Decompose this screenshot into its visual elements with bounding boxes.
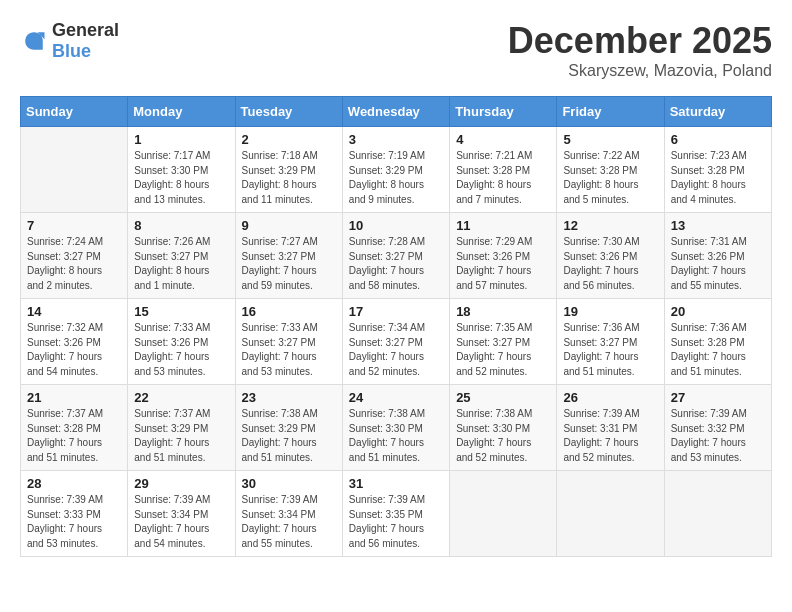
day-number: 20: [671, 304, 765, 319]
day-number: 19: [563, 304, 657, 319]
calendar-cell: 5Sunrise: 7:22 AM Sunset: 3:28 PM Daylig…: [557, 127, 664, 213]
calendar-title: December 2025: [508, 20, 772, 62]
day-info: Sunrise: 7:21 AM Sunset: 3:28 PM Dayligh…: [456, 149, 550, 207]
page-header: General Blue December 2025 Skaryszew, Ma…: [20, 20, 772, 80]
day-number: 18: [456, 304, 550, 319]
day-info: Sunrise: 7:26 AM Sunset: 3:27 PM Dayligh…: [134, 235, 228, 293]
calendar-week-row: 1Sunrise: 7:17 AM Sunset: 3:30 PM Daylig…: [21, 127, 772, 213]
day-number: 4: [456, 132, 550, 147]
day-info: Sunrise: 7:27 AM Sunset: 3:27 PM Dayligh…: [242, 235, 336, 293]
day-number: 6: [671, 132, 765, 147]
day-info: Sunrise: 7:31 AM Sunset: 3:26 PM Dayligh…: [671, 235, 765, 293]
calendar-cell: [664, 471, 771, 557]
day-info: Sunrise: 7:35 AM Sunset: 3:27 PM Dayligh…: [456, 321, 550, 379]
day-number: 30: [242, 476, 336, 491]
calendar-cell: 18Sunrise: 7:35 AM Sunset: 3:27 PM Dayli…: [450, 299, 557, 385]
calendar-cell: 9Sunrise: 7:27 AM Sunset: 3:27 PM Daylig…: [235, 213, 342, 299]
day-number: 7: [27, 218, 121, 233]
calendar-cell: 23Sunrise: 7:38 AM Sunset: 3:29 PM Dayli…: [235, 385, 342, 471]
day-number: 25: [456, 390, 550, 405]
day-number: 14: [27, 304, 121, 319]
calendar-cell: 29Sunrise: 7:39 AM Sunset: 3:34 PM Dayli…: [128, 471, 235, 557]
calendar-cell: 8Sunrise: 7:26 AM Sunset: 3:27 PM Daylig…: [128, 213, 235, 299]
calendar-subtitle: Skaryszew, Mazovia, Poland: [508, 62, 772, 80]
calendar-cell: 28Sunrise: 7:39 AM Sunset: 3:33 PM Dayli…: [21, 471, 128, 557]
day-number: 24: [349, 390, 443, 405]
day-number: 9: [242, 218, 336, 233]
calendar-cell: 7Sunrise: 7:24 AM Sunset: 3:27 PM Daylig…: [21, 213, 128, 299]
day-info: Sunrise: 7:23 AM Sunset: 3:28 PM Dayligh…: [671, 149, 765, 207]
day-info: Sunrise: 7:33 AM Sunset: 3:27 PM Dayligh…: [242, 321, 336, 379]
day-of-week-header: Friday: [557, 97, 664, 127]
day-info: Sunrise: 7:33 AM Sunset: 3:26 PM Dayligh…: [134, 321, 228, 379]
calendar-cell: 10Sunrise: 7:28 AM Sunset: 3:27 PM Dayli…: [342, 213, 449, 299]
day-number: 21: [27, 390, 121, 405]
day-number: 31: [349, 476, 443, 491]
day-of-week-header: Sunday: [21, 97, 128, 127]
calendar-cell: 31Sunrise: 7:39 AM Sunset: 3:35 PM Dayli…: [342, 471, 449, 557]
day-info: Sunrise: 7:38 AM Sunset: 3:30 PM Dayligh…: [456, 407, 550, 465]
calendar-cell: 21Sunrise: 7:37 AM Sunset: 3:28 PM Dayli…: [21, 385, 128, 471]
calendar-cell: 25Sunrise: 7:38 AM Sunset: 3:30 PM Dayli…: [450, 385, 557, 471]
calendar-cell: 1Sunrise: 7:17 AM Sunset: 3:30 PM Daylig…: [128, 127, 235, 213]
day-info: Sunrise: 7:39 AM Sunset: 3:32 PM Dayligh…: [671, 407, 765, 465]
calendar-cell: 16Sunrise: 7:33 AM Sunset: 3:27 PM Dayli…: [235, 299, 342, 385]
day-info: Sunrise: 7:24 AM Sunset: 3:27 PM Dayligh…: [27, 235, 121, 293]
day-number: 17: [349, 304, 443, 319]
day-number: 2: [242, 132, 336, 147]
calendar-cell: 22Sunrise: 7:37 AM Sunset: 3:29 PM Dayli…: [128, 385, 235, 471]
day-info: Sunrise: 7:37 AM Sunset: 3:29 PM Dayligh…: [134, 407, 228, 465]
day-number: 8: [134, 218, 228, 233]
day-number: 29: [134, 476, 228, 491]
day-number: 13: [671, 218, 765, 233]
calendar-cell: 15Sunrise: 7:33 AM Sunset: 3:26 PM Dayli…: [128, 299, 235, 385]
day-info: Sunrise: 7:17 AM Sunset: 3:30 PM Dayligh…: [134, 149, 228, 207]
day-of-week-header: Wednesday: [342, 97, 449, 127]
day-info: Sunrise: 7:39 AM Sunset: 3:31 PM Dayligh…: [563, 407, 657, 465]
day-of-week-header: Monday: [128, 97, 235, 127]
calendar-week-row: 21Sunrise: 7:37 AM Sunset: 3:28 PM Dayli…: [21, 385, 772, 471]
day-number: 27: [671, 390, 765, 405]
logo: General Blue: [20, 20, 119, 62]
day-of-week-header: Thursday: [450, 97, 557, 127]
calendar-cell: 14Sunrise: 7:32 AM Sunset: 3:26 PM Dayli…: [21, 299, 128, 385]
day-number: 28: [27, 476, 121, 491]
day-number: 12: [563, 218, 657, 233]
day-info: Sunrise: 7:34 AM Sunset: 3:27 PM Dayligh…: [349, 321, 443, 379]
day-info: Sunrise: 7:39 AM Sunset: 3:33 PM Dayligh…: [27, 493, 121, 551]
title-block: December 2025 Skaryszew, Mazovia, Poland: [508, 20, 772, 80]
day-info: Sunrise: 7:19 AM Sunset: 3:29 PM Dayligh…: [349, 149, 443, 207]
calendar-week-row: 7Sunrise: 7:24 AM Sunset: 3:27 PM Daylig…: [21, 213, 772, 299]
day-info: Sunrise: 7:37 AM Sunset: 3:28 PM Dayligh…: [27, 407, 121, 465]
day-of-week-header: Tuesday: [235, 97, 342, 127]
day-number: 5: [563, 132, 657, 147]
day-info: Sunrise: 7:39 AM Sunset: 3:34 PM Dayligh…: [134, 493, 228, 551]
day-number: 10: [349, 218, 443, 233]
day-number: 15: [134, 304, 228, 319]
calendar-cell: 20Sunrise: 7:36 AM Sunset: 3:28 PM Dayli…: [664, 299, 771, 385]
calendar-cell: [557, 471, 664, 557]
calendar-table: SundayMondayTuesdayWednesdayThursdayFrid…: [20, 96, 772, 557]
day-info: Sunrise: 7:18 AM Sunset: 3:29 PM Dayligh…: [242, 149, 336, 207]
calendar-cell: 19Sunrise: 7:36 AM Sunset: 3:27 PM Dayli…: [557, 299, 664, 385]
calendar-cell: 3Sunrise: 7:19 AM Sunset: 3:29 PM Daylig…: [342, 127, 449, 213]
day-info: Sunrise: 7:28 AM Sunset: 3:27 PM Dayligh…: [349, 235, 443, 293]
calendar-cell: 12Sunrise: 7:30 AM Sunset: 3:26 PM Dayli…: [557, 213, 664, 299]
calendar-cell: [21, 127, 128, 213]
day-number: 23: [242, 390, 336, 405]
calendar-cell: 11Sunrise: 7:29 AM Sunset: 3:26 PM Dayli…: [450, 213, 557, 299]
calendar-cell: 13Sunrise: 7:31 AM Sunset: 3:26 PM Dayli…: [664, 213, 771, 299]
day-number: 16: [242, 304, 336, 319]
day-number: 26: [563, 390, 657, 405]
calendar-week-row: 14Sunrise: 7:32 AM Sunset: 3:26 PM Dayli…: [21, 299, 772, 385]
calendar-cell: 4Sunrise: 7:21 AM Sunset: 3:28 PM Daylig…: [450, 127, 557, 213]
logo-icon: [20, 27, 48, 55]
calendar-week-row: 28Sunrise: 7:39 AM Sunset: 3:33 PM Dayli…: [21, 471, 772, 557]
day-number: 22: [134, 390, 228, 405]
calendar-cell: 27Sunrise: 7:39 AM Sunset: 3:32 PM Dayli…: [664, 385, 771, 471]
day-info: Sunrise: 7:38 AM Sunset: 3:30 PM Dayligh…: [349, 407, 443, 465]
day-info: Sunrise: 7:30 AM Sunset: 3:26 PM Dayligh…: [563, 235, 657, 293]
day-number: 11: [456, 218, 550, 233]
calendar-cell: [450, 471, 557, 557]
day-number: 3: [349, 132, 443, 147]
